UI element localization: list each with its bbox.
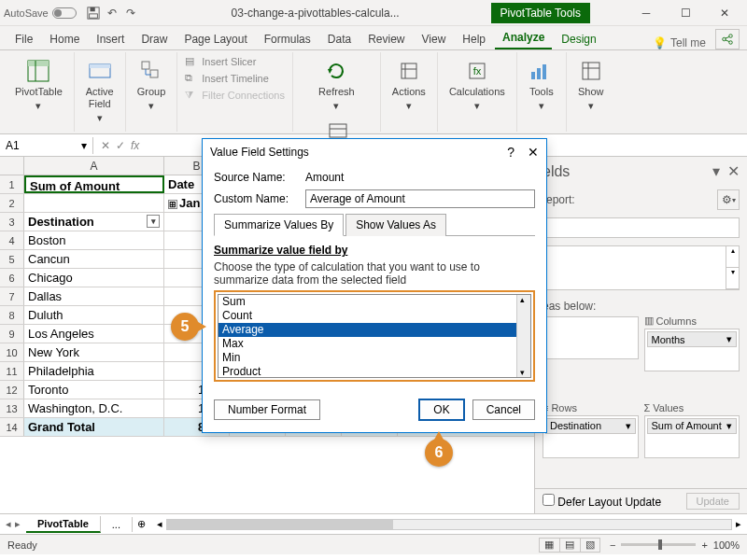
tab-file[interactable]: File	[7, 29, 40, 49]
zoom-slider[interactable]	[621, 543, 696, 546]
undo-icon[interactable]: ↶	[103, 4, 121, 22]
tab-review[interactable]: Review	[360, 29, 412, 49]
ok-button[interactable]: OK	[418, 399, 464, 421]
cell[interactable]: Grand Total	[24, 418, 164, 436]
fields-list[interactable]: ▴▾	[543, 245, 740, 290]
tab-insert[interactable]: Insert	[89, 29, 132, 49]
row-header[interactable]: 1	[0, 175, 24, 193]
scroll-right-icon[interactable]: ▸	[736, 518, 741, 530]
active-field-button[interactable]: Active Field ▾	[80, 54, 120, 129]
area-item[interactable]: Sum of Amount▾	[647, 418, 738, 434]
listbox-scrollbar[interactable]	[516, 295, 530, 377]
pivottable-button[interactable]: PivotTable ▾	[9, 54, 68, 116]
gear-button[interactable]: ⚙▾	[717, 189, 740, 210]
tab-data[interactable]: Data	[320, 29, 359, 49]
row-header[interactable]: 14	[0, 418, 24, 436]
row-header[interactable]: 11	[0, 362, 24, 380]
cell[interactable]: Sum of Amount	[24, 175, 164, 193]
scroll-up-icon[interactable]: ▴	[726, 246, 739, 268]
defer-checkbox[interactable]: Defer Layout Update	[543, 494, 661, 509]
row-header[interactable]: 3	[0, 213, 24, 231]
cell[interactable]: Chicago	[24, 269, 164, 287]
update-button[interactable]: Update	[686, 493, 740, 510]
cell[interactable]: New York	[24, 343, 164, 361]
row-header[interactable]: 6	[0, 269, 24, 287]
tab-draw[interactable]: Draw	[134, 29, 175, 49]
group-button[interactable]: Group ▾	[132, 54, 172, 116]
tab-help[interactable]: Help	[455, 29, 493, 49]
sheet-tab[interactable]: PivotTable	[26, 516, 101, 533]
minimize-button[interactable]: ─	[627, 2, 665, 24]
page-layout-view-button[interactable]: ▤	[559, 538, 580, 553]
tab-view[interactable]: View	[415, 29, 454, 49]
row-header[interactable]: 13	[0, 399, 24, 417]
columns-area[interactable]: Months▾	[644, 329, 740, 371]
autosave-toggle[interactable]: AutoSave	[4, 7, 77, 19]
cell[interactable]: Dallas	[24, 287, 164, 305]
tab-home[interactable]: Home	[42, 29, 87, 49]
filter-connections-button[interactable]: ⧩Filter Connections	[183, 88, 287, 103]
scroll-down-icon[interactable]: ▾	[726, 268, 739, 289]
row-header[interactable]: 7	[0, 287, 24, 305]
fields-search-input[interactable]	[543, 217, 740, 238]
custom-name-input[interactable]	[305, 189, 535, 208]
row-header[interactable]: 10	[0, 343, 24, 361]
cell[interactable]: Washington, D.C.	[24, 399, 164, 417]
cell[interactable]	[24, 194, 164, 212]
row-header[interactable]: 2	[0, 194, 24, 212]
calculations-button[interactable]: fx Calculations ▾	[444, 54, 511, 116]
list-option[interactable]: Min	[218, 351, 530, 365]
cell[interactable]: Duluth	[24, 306, 164, 324]
tab-page-layout[interactable]: Page Layout	[176, 29, 254, 49]
scroll-thumb[interactable]	[167, 520, 393, 529]
filter-dropdown-icon[interactable]: ▾	[147, 215, 160, 228]
row-header[interactable]: 9	[0, 325, 24, 343]
insert-timeline-button[interactable]: ⧉Insert Timeline	[183, 71, 287, 86]
sheet-tab[interactable]: ...	[101, 517, 133, 532]
area-item[interactable]: Destination▾	[545, 418, 636, 434]
close-icon[interactable]: ✕	[528, 145, 539, 160]
rows-area[interactable]: Destination▾	[543, 415, 639, 458]
refresh-button[interactable]: Refresh ▾	[313, 54, 360, 116]
summarize-function-listbox[interactable]: Sum Count Average Max Min Product	[218, 294, 531, 378]
add-sheet-button[interactable]: ⊕	[133, 518, 151, 530]
expand-icon[interactable]: ⊞	[168, 200, 177, 209]
scroll-left-icon[interactable]: ◂	[157, 518, 162, 530]
list-option[interactable]: Sum	[218, 295, 530, 309]
filters-area[interactable]	[543, 316, 639, 359]
row-header[interactable]: 8	[0, 306, 24, 324]
enter-icon[interactable]: ✓	[116, 139, 125, 152]
insert-slicer-button[interactable]: ▤Insert Slicer	[183, 54, 287, 69]
row-header[interactable]: 5	[0, 250, 24, 268]
number-format-button[interactable]: Number Format	[214, 399, 320, 420]
row-header[interactable]: 12	[0, 381, 24, 399]
share-button[interactable]	[715, 29, 740, 49]
tab-analyze[interactable]: Analyze	[495, 27, 552, 49]
list-option[interactable]: Product	[218, 365, 530, 378]
list-option[interactable]: Average	[218, 323, 530, 337]
zoom-level[interactable]: 100%	[713, 539, 740, 551]
show-button[interactable]: Show ▾	[572, 54, 610, 116]
close-icon[interactable]: ✕	[727, 162, 740, 180]
tab-show-values-as[interactable]: Show Values As	[345, 214, 446, 236]
cell[interactable]: Philadelphia	[24, 362, 164, 380]
values-area[interactable]: Sum of Amount▾	[644, 415, 740, 458]
list-option[interactable]: Max	[218, 337, 530, 351]
zoom-in-button[interactable]: +	[701, 539, 707, 551]
cancel-button[interactable]: Cancel	[472, 399, 535, 420]
close-button[interactable]: ✕	[706, 2, 743, 24]
cell[interactable]: Los Angeles	[24, 325, 164, 343]
tab-summarize-values-by[interactable]: Summarize Values By	[214, 214, 344, 236]
maximize-button[interactable]: ☐	[667, 2, 704, 24]
list-option[interactable]: Count	[218, 309, 530, 323]
tell-me-search[interactable]: 💡 Tell me	[653, 36, 706, 49]
cancel-icon[interactable]: ✕	[101, 139, 110, 152]
save-icon[interactable]	[84, 4, 103, 22]
fx-icon[interactable]: fx	[131, 139, 139, 152]
help-button[interactable]: ?	[507, 145, 514, 160]
select-all-corner[interactable]	[0, 157, 24, 175]
actions-button[interactable]: Actions ▾	[387, 54, 431, 116]
col-header-a[interactable]: A	[24, 157, 164, 175]
chevron-down-icon[interactable]: ▾	[712, 162, 720, 180]
row-header[interactable]: 4	[0, 231, 24, 249]
